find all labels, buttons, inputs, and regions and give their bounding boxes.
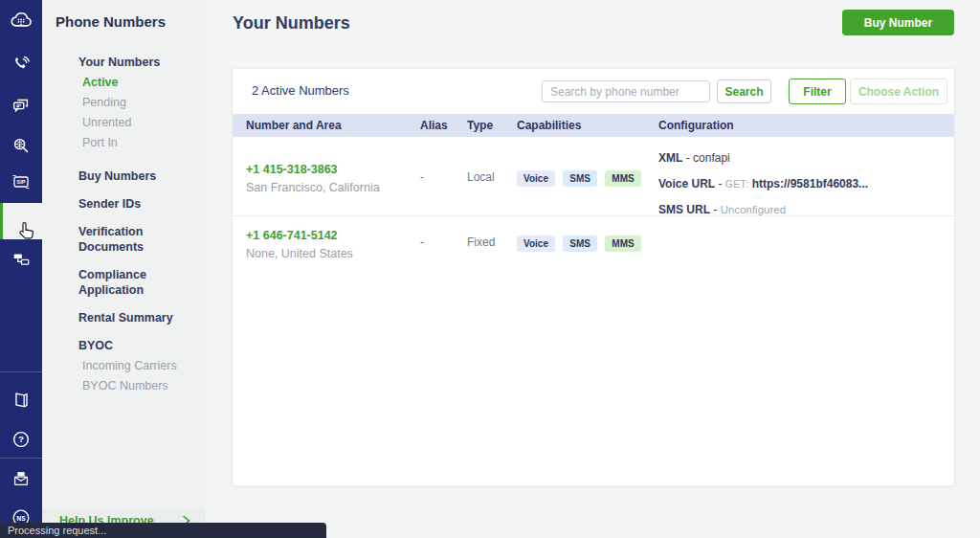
active-indicator bbox=[0, 203, 3, 239]
alias-cell: - bbox=[420, 216, 467, 274]
messaging-icon[interactable] bbox=[0, 92, 42, 119]
sidebar-item-rental-summary[interactable]: Rental Summary bbox=[42, 310, 206, 325]
search-input[interactable] bbox=[542, 80, 710, 102]
sidebar-item-unrented[interactable]: Unrented bbox=[42, 115, 206, 130]
table-row: +1 415-318-3863 San Francisco, Californi… bbox=[233, 137, 954, 216]
phone-number-link[interactable]: +1 646-741-5142 bbox=[246, 228, 420, 244]
table-header-row: Number and Area Alias Type Capabilities … bbox=[233, 114, 954, 137]
numbers-card: 2 Active Numbers Search Filter Choose Ac… bbox=[232, 68, 955, 486]
sidebar-item-pending[interactable]: Pending bbox=[42, 95, 206, 110]
config-sep: - bbox=[713, 203, 717, 216]
mms-badge: MMS bbox=[605, 235, 640, 252]
voice-url-label: Voice URL bbox=[658, 177, 715, 191]
sidebar-title: Phone Numbers bbox=[42, 0, 206, 30]
sidebar-nav: Your Numbers Active Pending Unrented Por… bbox=[42, 30, 206, 393]
sidebar-item-sender-ids[interactable]: Sender IDs bbox=[42, 196, 206, 212]
type-cell: Local bbox=[467, 137, 517, 228]
icon-rail: SIP ? NS bbox=[0, 0, 42, 538]
buy-number-button[interactable]: Buy Number bbox=[842, 10, 954, 35]
billing-icon[interactable] bbox=[0, 465, 42, 492]
phone-number-link[interactable]: +1 415-318-3863 bbox=[246, 162, 420, 178]
col-type: Type bbox=[467, 119, 517, 132]
col-number-and-area: Number and Area bbox=[246, 119, 420, 132]
sidebar-item-verification-documents[interactable]: Verification Documents bbox=[42, 224, 206, 255]
svg-text:SIP: SIP bbox=[17, 179, 26, 185]
config-sms-url-line: SMS URL - Unconfigured bbox=[658, 202, 943, 217]
sidebar: Phone Numbers Your Numbers Active Pendin… bbox=[42, 0, 206, 538]
config-voice-url-line: Voice URL - GET: https://9581bf46083... bbox=[658, 176, 943, 191]
sms-url-value: Unconfigured bbox=[721, 204, 786, 215]
voice-url-value: https://9581bf46083... bbox=[752, 177, 868, 191]
lookup-icon[interactable] bbox=[0, 132, 42, 159]
rail-divider bbox=[0, 458, 42, 459]
active-numbers-count: 2 Active Numbers bbox=[252, 83, 349, 98]
svg-text:NS: NS bbox=[17, 515, 27, 522]
number-area: San Francisco, California bbox=[246, 180, 420, 196]
configuration-cell: XML - confapi Voice URL - GET: https://9… bbox=[658, 137, 943, 228]
col-alias: Alias bbox=[420, 119, 467, 132]
processing-toast: Processing request... bbox=[0, 523, 326, 538]
docs-icon[interactable] bbox=[0, 387, 42, 414]
phlo-workflow-icon[interactable] bbox=[0, 246, 42, 273]
col-capabilities: Capabilities bbox=[517, 119, 658, 132]
table-row: +1 646-741-5142 None, United States - Fi… bbox=[233, 216, 954, 274]
sidebar-item-byoc[interactable]: BYOC bbox=[42, 338, 206, 353]
config-sep: - bbox=[686, 151, 690, 165]
support-icon[interactable]: ? bbox=[0, 426, 42, 453]
number-and-area-cell: +1 646-741-5142 None, United States bbox=[246, 216, 420, 274]
search-button[interactable]: Search bbox=[717, 79, 771, 103]
sidebar-item-buy-numbers[interactable]: Buy Numbers bbox=[42, 168, 206, 184]
sidebar-item-active[interactable]: Active bbox=[42, 75, 206, 90]
filter-button[interactable]: Filter bbox=[789, 78, 846, 104]
sidebar-item-port-in[interactable]: Port In bbox=[42, 135, 206, 150]
card-toolbar: 2 Active Numbers Search Filter Choose Ac… bbox=[233, 69, 954, 114]
capabilities-cell: Voice SMS MMS bbox=[517, 137, 658, 228]
sip-trunking-icon[interactable]: SIP bbox=[0, 168, 42, 195]
configuration-cell bbox=[658, 216, 943, 274]
sms-badge: SMS bbox=[563, 235, 597, 252]
sidebar-item-compliance-application[interactable]: Compliance Application bbox=[42, 267, 206, 298]
rail-item-phone-numbers-selected[interactable] bbox=[0, 203, 42, 239]
voice-icon[interactable] bbox=[0, 51, 42, 78]
choose-action-button[interactable]: Choose Action bbox=[850, 78, 947, 104]
config-app-line: XML - confapi bbox=[658, 150, 943, 166]
voice-url-method: GET: bbox=[725, 178, 749, 190]
sms-url-label: SMS URL bbox=[658, 203, 710, 216]
svg-text:?: ? bbox=[18, 435, 24, 444]
plivo-logo-icon[interactable] bbox=[0, 8, 42, 34]
page-title: Your Numbers bbox=[233, 13, 350, 34]
sidebar-item-incoming-carriers[interactable]: Incoming Carriers bbox=[42, 358, 206, 373]
rail-divider bbox=[0, 371, 42, 372]
voice-badge: Voice bbox=[517, 170, 555, 187]
config-app-name: confapi bbox=[693, 151, 730, 165]
config-sep: - bbox=[718, 177, 722, 191]
sms-badge: SMS bbox=[563, 170, 597, 187]
config-app-type: XML bbox=[658, 151, 682, 165]
type-cell: Fixed bbox=[467, 216, 517, 274]
voice-badge: Voice bbox=[517, 235, 555, 252]
main-content: Your Numbers Buy Number 2 Active Numbers… bbox=[206, 0, 980, 538]
number-and-area-cell: +1 415-318-3863 San Francisco, Californi… bbox=[246, 137, 420, 228]
sidebar-item-byoc-numbers[interactable]: BYOC Numbers bbox=[42, 378, 206, 393]
mms-badge: MMS bbox=[605, 170, 640, 187]
number-area: None, United States bbox=[246, 246, 420, 262]
col-configuration: Configuration bbox=[658, 119, 943, 132]
alias-cell: - bbox=[420, 137, 467, 228]
capabilities-cell: Voice SMS MMS bbox=[517, 216, 658, 274]
sidebar-item-your-numbers[interactable]: Your Numbers bbox=[42, 55, 206, 70]
